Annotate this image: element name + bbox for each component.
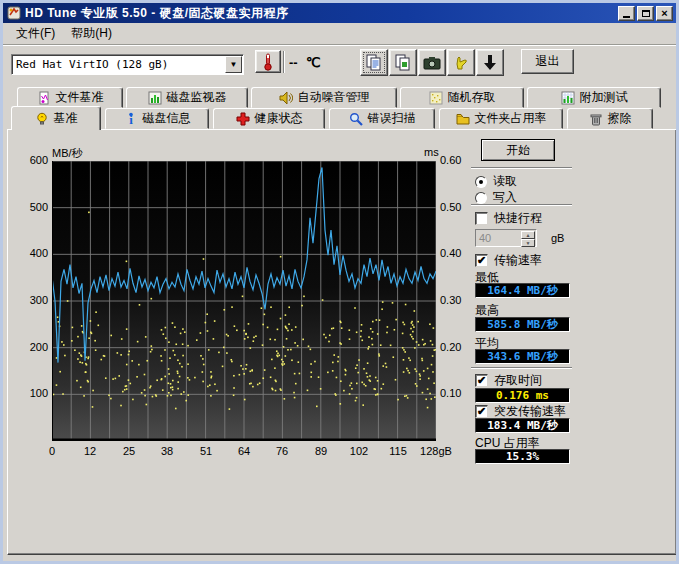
tab-文件夹占用率[interactable]: 文件夹占用率	[439, 108, 563, 129]
app-icon	[7, 6, 21, 20]
tab-磁盘信息[interactable]: i磁盘信息	[105, 108, 209, 129]
right-axis-tick-label: 0.50	[440, 201, 476, 213]
avg-value-display: 343.6 MB/秒	[475, 349, 570, 364]
tab-icon	[429, 91, 443, 105]
tab-随机存取[interactable]: 随机存取	[400, 87, 524, 108]
tab-icon	[589, 112, 603, 126]
start-button-label: 开始	[506, 142, 530, 159]
x-axis-tick-label: 128gB	[414, 445, 458, 457]
arrow-down-icon	[482, 54, 498, 72]
download-button[interactable]	[476, 49, 504, 76]
drive-select-dropdown-button[interactable]: ▼	[225, 56, 242, 73]
access-time-label: 存取时间	[494, 372, 542, 389]
menu-bar: 文件(F) 帮助(H)	[3, 23, 676, 45]
tab-icon	[37, 91, 51, 105]
max-value: 585.8 MB/秒	[487, 317, 558, 332]
x-axis-tick-label: 38	[145, 445, 189, 457]
avg-value: 343.6 MB/秒	[487, 349, 558, 364]
toolbar-separator	[283, 51, 285, 73]
tab-label: 基准	[54, 110, 78, 127]
write-radio[interactable]	[475, 192, 487, 204]
tab-label: 擦除	[608, 110, 632, 127]
close-button[interactable]: ×	[656, 6, 673, 21]
benchmark-chart	[52, 161, 436, 441]
x-axis-tick-label: 76	[260, 445, 304, 457]
tab-自动噪音管理[interactable]: 自动噪音管理	[251, 87, 397, 108]
y-axis-tick-label: 300	[16, 294, 48, 306]
maximize-icon	[642, 10, 650, 17]
hand-button[interactable]	[447, 49, 475, 76]
separator	[471, 204, 572, 206]
copy-text-button[interactable]	[360, 49, 388, 76]
tab-健康状态[interactable]: 健康状态	[213, 108, 325, 129]
maximize-button[interactable]	[637, 6, 654, 21]
separator	[471, 167, 572, 169]
short-stroke-spinner[interactable]: 40 ▲ ▼	[475, 229, 537, 247]
tab-label: 磁盘信息	[143, 110, 191, 127]
access-time-value: 0.176 ms	[496, 389, 549, 402]
burst-rate-checkbox[interactable]: ✔	[475, 405, 488, 418]
copy-text-icon	[365, 54, 383, 72]
drive-select[interactable]: Red Hat VirtIO (128 gB) ▼	[11, 54, 244, 75]
right-axis-tick-label: 0.40	[440, 247, 476, 259]
transfer-rate-row[interactable]: ✔ 传输速率	[475, 252, 542, 269]
tab-label: 磁盘监视器	[167, 89, 227, 106]
tab-icon	[35, 112, 49, 126]
temperature-button[interactable]	[255, 50, 281, 73]
short-stroke-row[interactable]: 快捷行程	[475, 210, 542, 227]
y-axis-tick-label: 600	[16, 154, 48, 166]
transfer-rate-checkbox[interactable]: ✔	[475, 254, 488, 267]
tab-icon	[456, 112, 470, 126]
tab-icon	[349, 112, 363, 126]
burst-rate-display: 183.4 MB/秒	[475, 418, 570, 433]
access-time-row[interactable]: ✔ 存取时间	[475, 372, 542, 389]
read-radio-row[interactable]: 读取	[475, 173, 517, 190]
cpu-usage-display: 15.3%	[475, 449, 570, 464]
minimize-icon	[623, 10, 630, 18]
minimize-button[interactable]	[618, 6, 635, 21]
tab-擦除[interactable]: 擦除	[567, 108, 653, 129]
spinner-down-button[interactable]: ▼	[521, 239, 535, 247]
spinner-up-button[interactable]: ▲	[521, 231, 535, 239]
tab-磁盘监视器[interactable]: 磁盘监视器	[126, 87, 248, 108]
tab-错误扫描[interactable]: 错误扫描	[329, 108, 435, 129]
copy-image-icon	[394, 54, 412, 72]
access-time-display: 0.176 ms	[475, 388, 570, 403]
left-axis-unit: MB/秒	[52, 146, 83, 161]
window-title: HD Tune 专业版 5.50 - 硬盘/固态硬盘实用程序	[25, 5, 288, 22]
y-axis-tick-label: 500	[16, 201, 48, 213]
separator	[471, 367, 572, 369]
tab-label: 自动噪音管理	[298, 89, 370, 106]
tab-icon	[561, 91, 575, 105]
x-axis-tick-label: 102	[337, 445, 381, 457]
chevron-down-icon: ▼	[230, 60, 238, 69]
tab-label: 文件夹占用率	[475, 110, 547, 127]
right-axis-tick-label: 0.20	[440, 341, 476, 353]
menu-file[interactable]: 文件(F)	[8, 23, 63, 44]
start-button[interactable]: 开始	[481, 139, 555, 161]
tab-icon	[279, 91, 293, 105]
tab-附加测试[interactable]: 附加测试	[527, 87, 661, 108]
y-axis-tick-label: 200	[16, 341, 48, 353]
right-axis-unit: ms	[424, 146, 439, 158]
drive-select-value: Red Hat VirtIO (128 gB)	[16, 58, 168, 71]
read-radio[interactable]	[475, 176, 487, 188]
short-stroke-checkbox[interactable]	[475, 212, 488, 225]
read-radio-label: 读取	[493, 173, 517, 190]
benchmark-page: MB/秒 ms 6005004003002001000.600.500.400.…	[7, 129, 677, 555]
copy-image-button[interactable]	[389, 49, 417, 76]
menu-help[interactable]: 帮助(H)	[63, 23, 120, 44]
tab-icon	[236, 112, 250, 126]
x-axis-tick-label: 12	[68, 445, 112, 457]
short-stroke-label: 快捷行程	[494, 210, 542, 227]
access-time-checkbox[interactable]: ✔	[475, 374, 488, 387]
exit-button[interactable]: 退出	[521, 49, 574, 74]
hand-icon	[453, 55, 469, 71]
min-value-display: 164.4 MB/秒	[475, 283, 570, 298]
screenshot-button[interactable]	[418, 49, 446, 76]
camera-icon	[423, 56, 441, 70]
tab-基准[interactable]: 基准	[11, 106, 101, 130]
title-bar: HD Tune 专业版 5.50 - 硬盘/固态硬盘实用程序 ×	[3, 3, 676, 23]
exit-button-label: 退出	[536, 53, 560, 70]
tab-文件基准[interactable]: 文件基准	[17, 87, 123, 108]
